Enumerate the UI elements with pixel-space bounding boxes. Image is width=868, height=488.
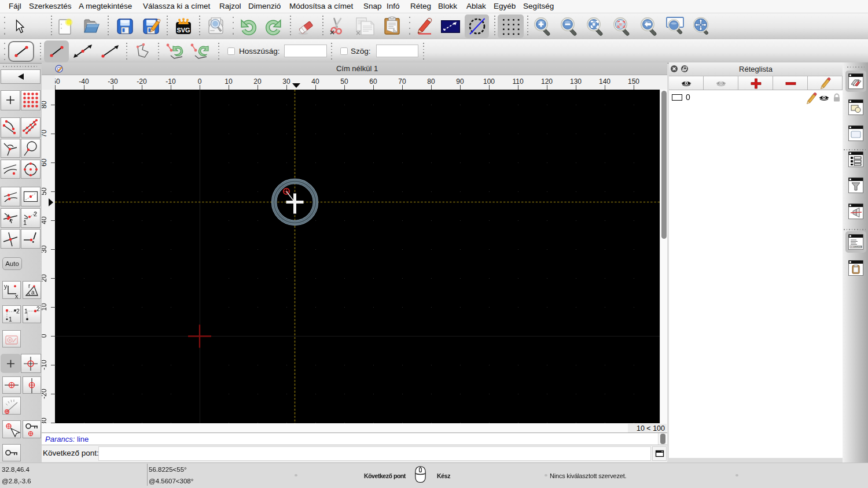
svg-text:x: x — [15, 293, 19, 300]
svg-text:c command: c command — [851, 246, 862, 248]
svg-text:2: 2 — [36, 305, 40, 312]
svg-text:1: 1 — [24, 308, 28, 315]
svg-text:a: a — [31, 289, 35, 295]
svg-text:SVG: SVG — [176, 27, 190, 34]
svg-text:r: r — [28, 283, 31, 289]
svg-text:2: 2 — [34, 210, 37, 217]
svg-text:2: 2 — [16, 308, 20, 315]
svg-text:1: 1 — [23, 219, 27, 226]
svg-text:y: y — [4, 283, 8, 290]
svg-text:1: 1 — [9, 316, 12, 323]
